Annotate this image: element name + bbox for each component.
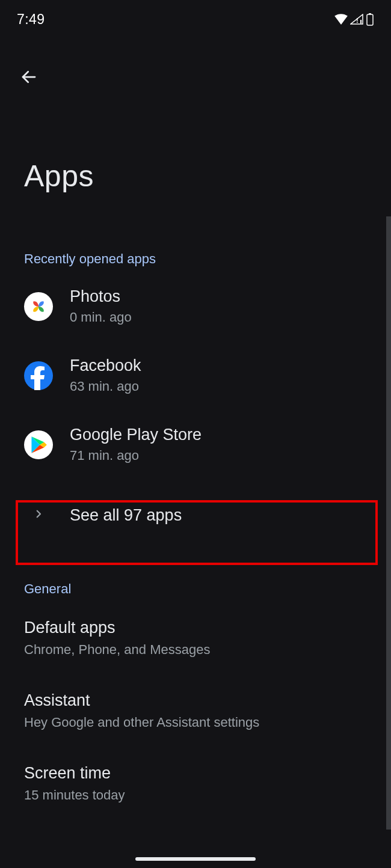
status-icons: ! bbox=[334, 13, 374, 26]
svg-text:!: ! bbox=[356, 17, 359, 24]
see-all-apps-button[interactable]: See all 97 apps bbox=[0, 479, 391, 551]
status-bar: 7:49 ! bbox=[0, 0, 391, 30]
scrollbar[interactable] bbox=[386, 216, 391, 830]
page-title: Apps bbox=[0, 93, 391, 194]
recent-app-photos[interactable]: Photos 0 min. ago bbox=[0, 272, 391, 341]
setting-default-apps[interactable]: Default apps Chrome, Phone, and Messages bbox=[0, 602, 391, 674]
status-time: 7:49 bbox=[17, 11, 45, 28]
battery-icon bbox=[366, 13, 374, 26]
photos-icon bbox=[24, 292, 53, 321]
app-name: Photos bbox=[70, 287, 132, 306]
arrow-left-icon bbox=[20, 68, 38, 88]
setting-title: Screen time bbox=[24, 764, 391, 783]
back-button[interactable] bbox=[14, 64, 43, 93]
navigation-pill[interactable] bbox=[135, 857, 256, 861]
app-bar bbox=[0, 30, 391, 93]
facebook-icon bbox=[24, 361, 53, 390]
cellular-signal-icon: ! bbox=[350, 14, 363, 25]
recent-app-play-store[interactable]: Google Play Store 71 min. ago bbox=[0, 410, 391, 479]
section-header-general: General bbox=[0, 551, 391, 602]
app-time: 0 min. ago bbox=[70, 310, 132, 325]
play-store-icon bbox=[24, 430, 53, 459]
svg-rect-2 bbox=[367, 14, 373, 25]
app-time: 63 min. ago bbox=[70, 379, 141, 394]
svg-rect-3 bbox=[369, 13, 371, 14]
section-header-recent: Recently opened apps bbox=[0, 194, 391, 272]
app-name: Facebook bbox=[70, 356, 141, 375]
setting-subtitle: Chrome, Phone, and Messages bbox=[24, 642, 391, 658]
recent-app-facebook[interactable]: Facebook 63 min. ago bbox=[0, 341, 391, 410]
setting-title: Assistant bbox=[24, 691, 391, 710]
chevron-right-icon bbox=[33, 509, 44, 522]
setting-screen-time[interactable]: Screen time 15 minutes today bbox=[0, 747, 391, 820]
setting-title: Default apps bbox=[24, 619, 391, 637]
app-time: 71 min. ago bbox=[70, 448, 202, 463]
setting-assistant[interactable]: Assistant Hey Google and other Assistant… bbox=[0, 674, 391, 747]
app-name: Google Play Store bbox=[70, 426, 202, 444]
setting-subtitle: 15 minutes today bbox=[24, 787, 391, 803]
wifi-icon bbox=[334, 14, 348, 25]
see-all-label: See all 97 apps bbox=[70, 506, 182, 525]
svg-rect-0 bbox=[360, 20, 362, 23]
setting-subtitle: Hey Google and other Assistant settings bbox=[24, 715, 391, 730]
